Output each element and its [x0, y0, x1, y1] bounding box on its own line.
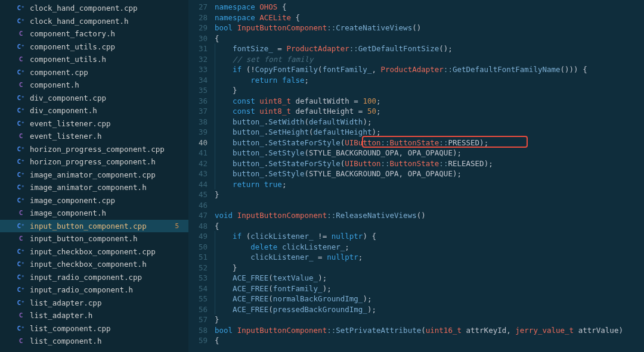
- cpp-file-icon: C⁺: [17, 183, 25, 192]
- file-name-label: event_listener.cpp: [30, 119, 188, 128]
- file-row-div_component-h[interactable]: C⁺div_component.h: [0, 104, 188, 117]
- code-line-32[interactable]: // set font family: [215, 54, 644, 65]
- token-plain: (: [305, 169, 309, 178]
- file-row-image_component-h[interactable]: Cimage_component.h: [0, 207, 188, 220]
- code-line-42[interactable]: button_.SetStateForStyle(UIButton::Butto…: [215, 158, 644, 169]
- file-row-list_component-h[interactable]: Clist_component.h: [0, 335, 188, 348]
- token-fn: GetDefaultFontFamilyName: [453, 65, 561, 74]
- file-row-div_component-cpp[interactable]: C⁺div_component.cpp: [0, 92, 188, 105]
- token-plain: {: [215, 222, 219, 230]
- code-line-29[interactable]: bool InputButtonComponent::CreateNativeV…: [215, 23, 644, 33]
- file-row-input_radio_component-h[interactable]: C⁺input_radio_component.h: [0, 284, 188, 297]
- file-row-horizon_progress_component-h[interactable]: C⁺horizon_progress_component.h: [0, 155, 188, 169]
- code-line-52[interactable]: }: [215, 263, 644, 273]
- code-line-58[interactable]: bool InputButtonComponent::SetPrivateAtt…: [215, 325, 644, 336]
- file-row-list_adapter-h[interactable]: Clist_adapter.h: [0, 309, 188, 322]
- code-line-45[interactable]: }: [215, 189, 644, 200]
- token-plain: [215, 284, 233, 293]
- line-number: 35: [188, 85, 208, 96]
- token-id: fontSize_: [233, 44, 273, 53]
- code-line-30[interactable]: {: [215, 33, 644, 44]
- file-row-input_button_component-cpp[interactable]: C⁺input_button_component.cpp5: [0, 220, 188, 233]
- file-name-label: input_checkbox_component.cpp: [30, 247, 188, 256]
- token-cls: UIButton: [345, 138, 380, 147]
- code-line-56[interactable]: ACE_FREE(pressedBackGroundImg_);: [215, 304, 644, 315]
- code-line-54[interactable]: ACE_FREE(fontFamily_);: [215, 284, 644, 294]
- file-row-horizon_progress_component-cpp[interactable]: C⁺horizon_progress_component.cpp: [0, 143, 188, 156]
- code-editor[interactable]: 2728293031323334353637383940414243444546…: [188, 0, 644, 352]
- code-line-34[interactable]: return false;: [215, 75, 644, 86]
- code-line-40[interactable]: button_.SetStateForStyle(UIButton::Butto…: [215, 138, 644, 148]
- code-line-49[interactable]: if (clickListener_ != nullptr) {: [215, 231, 644, 242]
- token-plain: );: [371, 127, 380, 136]
- token-plain: [215, 65, 233, 74]
- file-row-component_utils-cpp[interactable]: C⁺component_utils.cpp: [0, 41, 188, 54]
- code-line-48[interactable]: {: [215, 221, 644, 232]
- file-row-clock_hand_component-cpp[interactable]: C⁺clock_hand_component.cpp: [0, 2, 188, 15]
- code-line-47[interactable]: void InputButtonComponent::ReleaseNative…: [215, 210, 644, 221]
- token-plain: ) {: [363, 232, 376, 241]
- token-plain: ;: [358, 253, 363, 261]
- code-line-50[interactable]: delete clickListener_;: [215, 242, 644, 253]
- token-plain: ())) {: [561, 65, 587, 74]
- token-type: jerry_value_t: [515, 326, 574, 335]
- file-row-image_animator_component-cpp[interactable]: C⁺image_animator_component.cpp: [0, 169, 188, 182]
- code-line-51[interactable]: clickListener_ = nullptr;: [215, 252, 644, 263]
- token-plain: );: [323, 284, 332, 293]
- code-line-44[interactable]: return true;: [215, 179, 644, 190]
- file-row-clock_hand_component-h[interactable]: C⁺clock_hand_component.h: [0, 15, 188, 28]
- file-row-image_animator_component-h[interactable]: C⁺image_animator_component.h: [0, 181, 188, 194]
- file-row-component-h[interactable]: Ccomponent.h: [0, 79, 188, 92]
- file-row-event_listener-cpp[interactable]: C⁺event_listener.cpp: [0, 117, 188, 130]
- file-row-list_component-cpp[interactable]: C⁺list_component.cpp: [0, 322, 188, 335]
- code-line-57[interactable]: }: [215, 314, 644, 325]
- code-line-39[interactable]: button_.SetHeight(defaultHeight);: [215, 127, 644, 138]
- cpp-file-icon: C⁺: [17, 145, 25, 153]
- code-line-59[interactable]: {: [215, 335, 644, 346]
- file-row-image_component-cpp[interactable]: C⁺image_component.cpp: [0, 194, 188, 207]
- file-row-component_factory-h[interactable]: Ccomponent_factory.h: [0, 27, 188, 41]
- token-plain: );: [453, 148, 462, 157]
- file-row-input_button_component-h[interactable]: Cinput_button_component.h: [0, 232, 188, 245]
- token-plain: ,: [506, 326, 515, 335]
- code-line-31[interactable]: fontSize_ = ProductAdapter::GetDefaultFo…: [215, 43, 644, 54]
- code-line-36[interactable]: const uint8_t defaultWidth = 100;: [215, 96, 644, 107]
- token-op: ::: [327, 23, 336, 32]
- code-line-55[interactable]: ACE_FREE(normalBackGroundImg_);: [215, 294, 644, 304]
- cpp-file-icon: C⁺: [17, 222, 25, 230]
- code-line-37[interactable]: const uint8_t defaultHeight = 50;: [215, 106, 644, 117]
- file-row-component_utils-h[interactable]: Ccomponent_utils.h: [0, 53, 188, 66]
- token-macro: ACE_FREE: [233, 284, 268, 293]
- token-plain: {: [215, 336, 219, 345]
- code-line-41[interactable]: button_.SetStyle(STYLE_BACKGROUND_OPA, O…: [215, 148, 644, 158]
- code-line-27[interactable]: namespace OHOS {: [215, 2, 644, 13]
- token-type: uint8_t: [259, 96, 291, 105]
- code-line-38[interactable]: button_.SetWidth(defaultWidth);: [215, 117, 644, 127]
- file-row-event_listener-h[interactable]: Cevent_listener.h: [0, 130, 188, 143]
- file-row-list_adapter-cpp[interactable]: C⁺list_adapter.cpp: [0, 297, 188, 310]
- code-line-43[interactable]: button_.SetStyle(STYLE_BACKGROUND_OPA, O…: [215, 169, 644, 179]
- token-cls: ProductAdapter: [381, 65, 444, 74]
- file-row-input_radio_component-cpp[interactable]: C⁺input_radio_component.cpp: [0, 271, 188, 284]
- file-row-component-cpp[interactable]: C⁺component.cpp: [0, 66, 188, 79]
- file-explorer-sidebar[interactable]: C⁺clock_hand_component.cppC⁺clock_hand_c…: [0, 0, 188, 352]
- file-name-label: clock_hand_component.cpp: [30, 4, 188, 13]
- token-cls: ButtonState: [390, 138, 439, 147]
- file-row-input_checkbox_component-cpp[interactable]: C⁺input_checkbox_component.cpp: [0, 245, 188, 258]
- token-kw: bool: [215, 23, 237, 32]
- code-line-33[interactable]: if (!CopyFontFamily(fontFamily_, Product…: [215, 64, 644, 75]
- token-plain: (: [242, 232, 250, 241]
- token-kw: false: [282, 76, 305, 85]
- code-line-28[interactable]: namespace ACELite {: [215, 13, 644, 23]
- file-row-input_checkbox_component-h[interactable]: C⁺input_checkbox_component.h: [0, 258, 188, 271]
- token-plain: }: [215, 190, 219, 199]
- token-plain: =: [354, 107, 367, 116]
- file-name-label: event_listener.h: [30, 132, 188, 141]
- code-line-35[interactable]: }: [215, 85, 644, 96]
- code-area[interactable]: namespace OHOS {namespace ACELite {bool …: [215, 0, 644, 352]
- cpp-file-icon: C⁺: [17, 260, 25, 269]
- code-line-53[interactable]: ACE_FREE(textValue_);: [215, 273, 644, 284]
- token-fn: SetWidth: [268, 117, 304, 126]
- token-plain: (): [417, 211, 426, 220]
- code-line-46[interactable]: [215, 200, 644, 211]
